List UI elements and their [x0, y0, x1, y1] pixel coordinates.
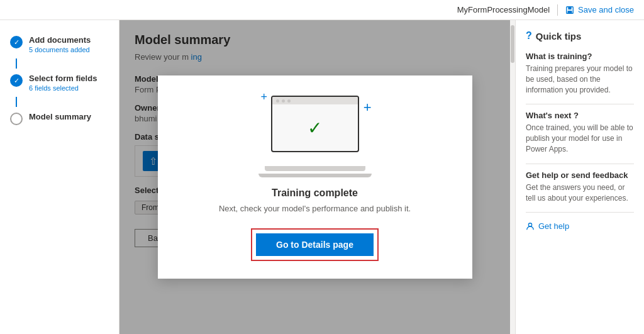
modal-action-area: Go to Details page [251, 228, 379, 261]
go-to-details-button[interactable]: Go to Details page [256, 233, 374, 256]
question-icon: ? [526, 30, 532, 42]
laptop-checkmark: ✓ [308, 118, 322, 138]
tip-divider-1 [526, 104, 634, 104]
quick-tips-panel: ? Quick tips What is training? Training … [515, 20, 644, 334]
person-icon [526, 222, 535, 231]
save-icon [565, 6, 574, 14]
sidebar-item-add-documents[interactable]: ✓ Add documents 5 documents added [0, 30, 119, 58]
tip-title-what-is-training: What is training? [526, 52, 634, 61]
svg-point-3 [528, 223, 531, 226]
save-and-close-button[interactable]: Save and close [565, 5, 634, 14]
tip-text-what-is-training: Training prepares your model to be used,… [526, 64, 634, 95]
sidebar-item-select-form-fields[interactable]: ✓ Select form fields 6 fields selected [0, 69, 119, 97]
modal-heading: Training complete [272, 187, 358, 199]
dot-3 [287, 99, 291, 103]
save-and-close-label: Save and close [578, 5, 634, 14]
sidebar: ✓ Add documents 5 documents added ✓ Sele… [0, 20, 119, 334]
laptop-screen: ✓ [271, 96, 359, 152]
laptop-bottom [258, 174, 372, 177]
scroll-thumb [511, 25, 514, 63]
tip-divider-3 [526, 212, 634, 213]
tip-text-whats-next: Once trained, you will be able to publis… [526, 123, 634, 154]
laptop-base [265, 166, 365, 171]
tip-title-whats-next: What's next ? [526, 111, 634, 120]
dot-1 [276, 99, 279, 103]
sidebar-label-select-fields: Select form fields [29, 74, 97, 83]
tip-section-get-help: Get help or send feedback Get the answer… [526, 170, 634, 204]
laptop-screen-top [272, 97, 358, 104]
sidebar-icon-add-documents: ✓ [10, 36, 23, 48]
sidebar-label-model-summary: Model summary [29, 112, 91, 121]
modal-box: + + ✓ Training comp [158, 75, 472, 279]
sidebar-icon-model-summary [10, 113, 23, 125]
sidebar-sublabel-add-documents: 5 documents added [29, 46, 91, 53]
deco-plus-1: + [261, 91, 268, 104]
tip-divider-2 [526, 164, 634, 164]
scrollbar[interactable] [510, 20, 515, 334]
sidebar-sublabel-select-fields: 6 fields selected [29, 84, 97, 92]
top-bar: MyFormProcessingModel Save and close [0, 0, 644, 20]
sidebar-icon-select-fields: ✓ [10, 74, 23, 87]
deco-plus-2: + [364, 99, 372, 116]
svg-rect-1 [568, 6, 571, 9]
tip-section-what-is-training: What is training? Training prepares your… [526, 52, 634, 95]
svg-rect-2 [568, 10, 572, 13]
tip-section-whats-next: What's next ? Once trained, you will be … [526, 111, 634, 154]
modal-subtext: Next, check your model's performance and… [219, 204, 411, 213]
sidebar-label-add-documents: Add documents [29, 35, 91, 45]
dot-2 [282, 99, 285, 103]
sidebar-connector-2 [16, 97, 17, 107]
model-name: MyFormProcessingModel [457, 5, 550, 14]
sidebar-item-model-summary[interactable]: Model summary [0, 107, 119, 130]
get-help-label: Get help [538, 221, 569, 231]
get-help-button[interactable]: Get help [526, 219, 569, 233]
tip-title-get-help: Get help or send feedback [526, 170, 634, 180]
top-bar-divider [557, 4, 558, 16]
sidebar-connector-1 [16, 58, 17, 69]
quick-tips-title: Quick tips [536, 31, 582, 42]
modal-overlay: + + ✓ Training comp [119, 20, 510, 334]
quick-tips-header: ? Quick tips [526, 30, 634, 42]
laptop-illustration: + + ✓ [258, 96, 372, 177]
tip-text-get-help: Get the answers you need, or tell us abo… [526, 182, 634, 204]
main-layout: ✓ Add documents 5 documents added ✓ Sele… [0, 20, 644, 334]
content-area: Model summary Review your m ing Model ty… [119, 20, 510, 334]
